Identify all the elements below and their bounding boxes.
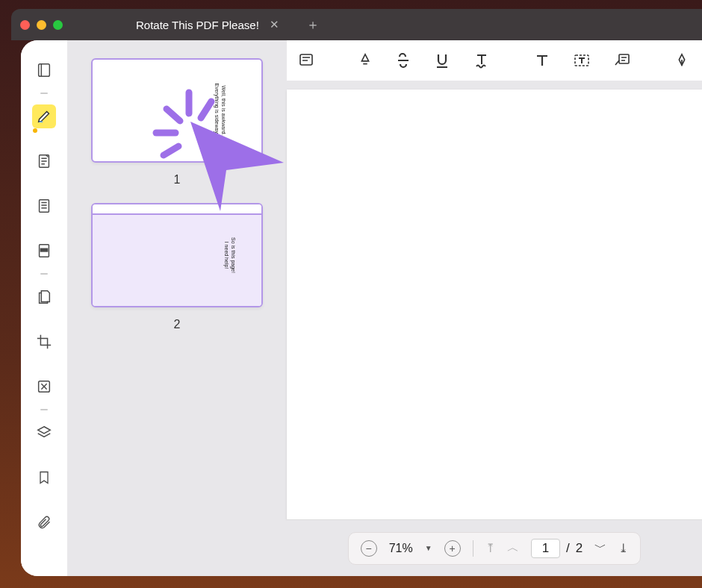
- page-thumbnail-1[interactable]: Well, this is awkward. Everything is sid…: [91, 58, 263, 163]
- svg-rect-8: [619, 54, 629, 63]
- pen-icon[interactable]: [674, 50, 690, 71]
- minimize-window-button[interactable]: [37, 20, 46, 30]
- attachment-icon[interactable]: [32, 510, 56, 534]
- thumb-text: So is this page! I need help!: [223, 237, 237, 273]
- svg-rect-6: [300, 54, 312, 65]
- app-shell: Well, this is awkward. Everything is sid…: [21, 40, 702, 576]
- zoom-dropdown-icon[interactable]: ▼: [425, 544, 432, 552]
- active-indicator-dot: [33, 128, 37, 133]
- status-bar: − 71% ▼ + ⤒ ︿ 1 / 2 ﹀ ⤓: [287, 519, 702, 576]
- zoom-in-button[interactable]: +: [444, 540, 461, 557]
- outline-icon[interactable]: [32, 194, 56, 218]
- last-page-icon[interactable]: ⤓: [618, 541, 628, 555]
- new-tab-button[interactable]: ＋: [306, 16, 320, 34]
- first-page-icon[interactable]: ⤒: [485, 541, 495, 555]
- textbox-icon[interactable]: [572, 50, 591, 71]
- rail-separator: [40, 409, 48, 410]
- zoom-page-controls: − 71% ▼ + ⤒ ︿ 1 / 2 ﹀ ⤓: [348, 532, 642, 565]
- prev-page-icon[interactable]: ︿: [507, 540, 519, 556]
- rail-separator: [40, 273, 48, 275]
- callout-icon[interactable]: [612, 50, 632, 71]
- next-page-icon[interactable]: ﹀: [594, 540, 606, 556]
- redact-icon[interactable]: [32, 239, 56, 263]
- text-icon[interactable]: [533, 50, 551, 71]
- document-tab[interactable]: Rotate This PDF Please! ✕: [122, 9, 293, 40]
- tab-title: Rotate This PDF Please!: [136, 19, 259, 31]
- page-separator: /: [566, 541, 570, 556]
- separator: [473, 540, 473, 557]
- close-tab-icon[interactable]: ✕: [270, 18, 279, 31]
- page-indicator: 1 / 2: [531, 539, 583, 558]
- traffic-lights: [20, 20, 63, 30]
- annotation-toolbar: [287, 40, 702, 81]
- thumbnail-panel: Well, this is awkward. Everything is sid…: [67, 40, 287, 576]
- thumb-text: Well, this is awkward. Everything is sid…: [214, 84, 228, 138]
- strikethrough-icon[interactable]: [394, 50, 412, 71]
- thumbnails-icon[interactable]: [32, 58, 56, 82]
- svg-rect-4: [40, 248, 47, 251]
- underline-icon[interactable]: [433, 50, 451, 71]
- highlighter-icon[interactable]: [357, 50, 373, 71]
- thumb-label: 1: [91, 173, 263, 187]
- rail-separator: [40, 93, 48, 94]
- current-page[interactable]: 1: [531, 539, 560, 558]
- svg-rect-2: [40, 200, 49, 213]
- notes-icon[interactable]: [32, 149, 56, 173]
- total-pages: 2: [576, 541, 583, 556]
- annotate-icon[interactable]: [297, 50, 315, 71]
- pages-icon[interactable]: [32, 285, 56, 309]
- squiggly-icon[interactable]: [472, 50, 491, 71]
- zoom-value: 71%: [389, 542, 413, 555]
- layers-icon[interactable]: [32, 421, 56, 445]
- bookmark-icon[interactable]: [32, 466, 56, 490]
- page-canvas: [287, 90, 702, 519]
- highlight-icon[interactable]: [32, 104, 56, 128]
- page-thumbnail-2[interactable]: So is this page! I need help!: [91, 203, 263, 307]
- svg-rect-0: [39, 64, 50, 77]
- maximize-window-button[interactable]: [53, 20, 63, 30]
- document-viewport[interactable]: [287, 81, 702, 519]
- zoom-out-button[interactable]: −: [361, 540, 377, 557]
- close-window-button[interactable]: [20, 20, 30, 30]
- compare-icon[interactable]: [32, 375, 56, 398]
- side-rail: [21, 40, 67, 576]
- title-bar: Rotate This PDF Please! ✕ ＋: [11, 9, 702, 40]
- thumb-label: 2: [91, 318, 263, 331]
- crop-icon[interactable]: [32, 330, 56, 354]
